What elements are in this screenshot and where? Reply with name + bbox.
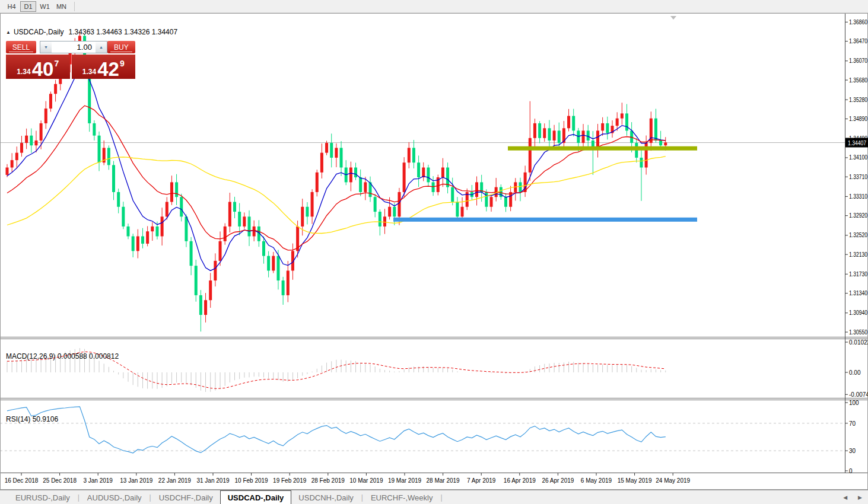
svg-text:1.36470: 1.36470	[849, 38, 867, 44]
svg-text:0.00: 0.00	[849, 369, 861, 376]
svg-text:16 Dec 2018: 16 Dec 2018	[5, 477, 39, 484]
chart-tab-bar: EURUSD-,Daily | AUDUSD-,Daily | USDCHF-,…	[0, 490, 868, 504]
svg-text:13 Jan 2019: 13 Jan 2019	[120, 477, 152, 484]
sell-price-big: 40	[32, 61, 54, 77]
tab-usdcad-daily[interactable]: USDCAD-,Daily	[220, 490, 292, 504]
timeframe-toolbar: H4 D1 W1 MN	[0, 0, 868, 13]
svg-text:10 Mar 2019: 10 Mar 2019	[349, 477, 383, 484]
svg-text:1.32130: 1.32130	[849, 251, 867, 258]
tab-usdchf-daily[interactable]: USDCHF-,Daily	[152, 492, 220, 504]
svg-text:1.31340: 1.31340	[849, 290, 867, 296]
svg-text:1.32520: 1.32520	[849, 232, 867, 238]
buy-price-big: 42	[97, 61, 119, 77]
rsi-layer	[0, 407, 845, 453]
svg-text:6 May 2019: 6 May 2019	[581, 477, 612, 484]
svg-text:1.31730: 1.31730	[849, 271, 867, 277]
svg-text:15 May 2019: 15 May 2019	[618, 477, 652, 484]
volume-input[interactable]	[52, 42, 96, 53]
svg-text:-0.007477: -0.007477	[849, 391, 868, 398]
svg-text:16 Apr 2019: 16 Apr 2019	[504, 477, 536, 484]
timeframe-button-mn[interactable]: MN	[53, 1, 69, 12]
svg-text:7 Apr 2019: 7 Apr 2019	[467, 477, 496, 484]
macd-indicator-label: MACD(12,26,9) 0.000588 0.000812	[6, 352, 119, 361]
resistance-line	[508, 146, 697, 151]
tab-scroll-left-icon[interactable]: ◀	[843, 495, 847, 500]
sell-price-sup: 7	[54, 59, 59, 68]
chart-symbol-title: USDCAD-,Daily	[14, 28, 64, 36]
svg-text:0.010229: 0.010229	[849, 339, 868, 346]
toolbar-divider	[74, 2, 75, 11]
volume-decrease-button[interactable]: ▼	[40, 42, 52, 53]
buy-price-sup: 9	[120, 59, 125, 68]
svg-text:1.30940: 1.30940	[849, 310, 867, 316]
svg-text:10 Feb 2019: 10 Feb 2019	[235, 477, 269, 484]
svg-text:28 Mar 2019: 28 Mar 2019	[427, 477, 460, 484]
svg-text:19 Mar 2019: 19 Mar 2019	[388, 477, 422, 484]
volume-increase-button[interactable]: ▲	[96, 42, 107, 53]
tab-eurusd-daily[interactable]: EURUSD-,Daily	[8, 492, 77, 504]
chart-window: 1.368601.364701.360701.356801.352801.348…	[0, 13, 868, 490]
tab-eurchf-weekly[interactable]: EURCHF-,Weekly	[364, 492, 440, 504]
timeframe-button-w1[interactable]: W1	[37, 1, 53, 12]
svg-text:30: 30	[849, 448, 856, 454]
svg-text:1.30550: 1.30550	[849, 329, 867, 336]
tab-separator: |	[150, 493, 151, 502]
svg-text:1.34407: 1.34407	[848, 140, 866, 146]
timeframe-button-d1[interactable]: D1	[20, 1, 36, 12]
svg-text:1.32920: 1.32920	[849, 212, 867, 219]
svg-text:24 May 2019: 24 May 2019	[656, 477, 690, 484]
buy-button[interactable]: BUY	[107, 41, 135, 53]
svg-text:1.36860: 1.36860	[849, 19, 867, 25]
moving-averages-layer	[7, 68, 666, 271]
tab-scroll-right-icon[interactable]: ▶	[858, 495, 862, 500]
pane-borders	[0, 13, 868, 490]
svg-text:28 Feb 2019: 28 Feb 2019	[311, 477, 345, 484]
buy-price-box[interactable]: 1.34 42 9	[72, 55, 136, 79]
svg-text:1.35680: 1.35680	[849, 77, 867, 84]
sell-price-prefix: 1.34	[17, 68, 30, 76]
buy-price-prefix: 1.34	[82, 68, 96, 76]
sell-button[interactable]: SELL	[6, 41, 36, 53]
collapse-chart-icon[interactable]: ▲	[6, 30, 11, 35]
svg-text:1.34100: 1.34100	[849, 154, 867, 161]
svg-text:22 Jan 2019: 22 Jan 2019	[158, 477, 191, 484]
tab-usdcnh-daily[interactable]: USDCNH-,Daily	[291, 492, 360, 504]
tab-separator: |	[78, 493, 80, 502]
svg-text:1.33310: 1.33310	[849, 193, 867, 200]
macd-axis: 0.0102290.00-0.007477	[845, 339, 868, 398]
support-line	[393, 218, 697, 222]
volume-spinner: ▼ ▲	[40, 41, 107, 53]
rsi-axis: 10070300	[845, 400, 859, 474]
svg-text:1.34890: 1.34890	[849, 116, 867, 122]
svg-text:1.36070: 1.36070	[849, 58, 867, 64]
sell-price-box[interactable]: 1.34 40 7	[6, 55, 70, 79]
date-axis: 16 Dec 201825 Dec 20183 Jan 201913 Jan 2…	[5, 473, 691, 484]
tab-audusd-daily[interactable]: AUDUSD-,Daily	[80, 492, 149, 504]
chart-title-bar: ▲USDCAD-,Daily1.34363 1.34463 1.34326 1.…	[6, 28, 177, 36]
timeframe-button-h4[interactable]: H4	[4, 1, 20, 12]
svg-text:25 Dec 2018: 25 Dec 2018	[43, 477, 77, 484]
tab-separator: |	[440, 493, 442, 502]
tab-separator: |	[361, 493, 363, 502]
svg-text:3 Jan 2019: 3 Jan 2019	[83, 477, 113, 484]
svg-text:26 Apr 2019: 26 Apr 2019	[542, 477, 574, 484]
chart-canvas[interactable]: 1.368601.364701.360701.356801.352801.348…	[0, 13, 868, 490]
mt4-terminal: { "toolbar": { "timeframes": [ {"label":…	[0, 0, 868, 504]
rsi-indicator-label: RSI(14) 50.9106	[6, 415, 58, 423]
svg-text:1.33710: 1.33710	[849, 174, 867, 180]
svg-text:1.35280: 1.35280	[849, 97, 867, 103]
svg-text:70: 70	[849, 420, 856, 427]
svg-text:19 Feb 2019: 19 Feb 2019	[273, 477, 307, 484]
svg-text:31 Jan 2019: 31 Jan 2019	[196, 477, 229, 484]
svg-text:0: 0	[849, 468, 853, 474]
one-click-trade-panel: SELL ▼ ▲ BUY 1.34 40 7 1.34 42 9	[6, 41, 135, 79]
svg-text:100: 100	[849, 400, 859, 406]
price-axis: 1.368601.364701.360701.356801.352801.348…	[845, 19, 868, 336]
chart-ohlc-values: 1.34363 1.34463 1.34326 1.34407	[69, 28, 178, 36]
chart-shift-marker-icon	[670, 16, 676, 20]
